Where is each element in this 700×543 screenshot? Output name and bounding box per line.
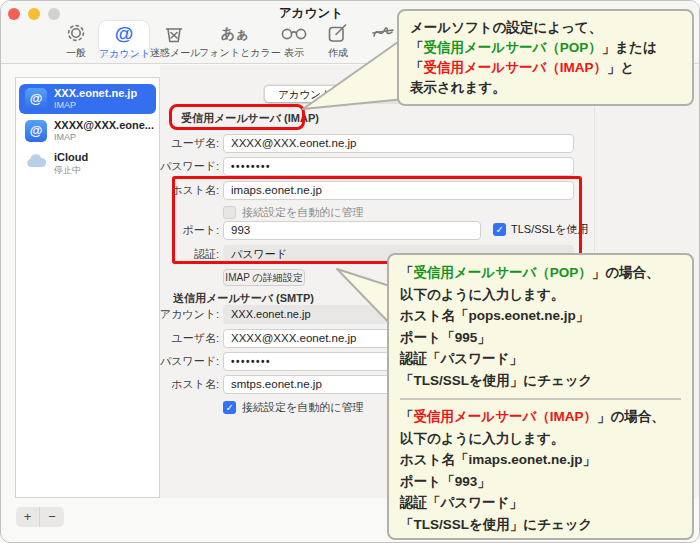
red-highlight-imap-title: [169, 104, 305, 130]
smtp-auto-manage-checkbox[interactable]: [223, 401, 236, 414]
toolbar-label-general: 一般: [56, 46, 96, 60]
toolbar-item-general[interactable]: 一般: [56, 21, 96, 59]
callout-line: ポート「993」: [400, 471, 681, 493]
toolbar-item-viewing[interactable]: 表示: [273, 21, 315, 59]
add-account-button[interactable]: +: [16, 507, 40, 527]
window-title: アカウント: [279, 5, 343, 22]
toolbar-label-junk: 迷惑メール: [150, 46, 198, 60]
callout-line: 表示されます。: [410, 78, 681, 98]
toolbar-label-fonts-colors: フォントとカラー: [199, 46, 271, 60]
at-icon: @: [99, 22, 149, 46]
gear-icon: [56, 21, 96, 45]
password-label: パスワード:: [61, 157, 219, 176]
add-remove-control: + −: [16, 507, 64, 527]
toolbar-item-fonts-colors[interactable]: あぁ フォントとカラー: [199, 21, 271, 59]
mail-preferences-window: アカウント 一般 @ アカウント 迷惑メール あぁ フォントとカラー 表示: [0, 0, 700, 543]
callout-line: 「受信用メールサーバ（POP）」または: [410, 38, 681, 58]
smtp-account-label: アカウント:: [61, 305, 219, 324]
imap-advanced-settings-button[interactable]: IMAP の詳細設定: [223, 269, 305, 286]
mail-account-icon: @: [25, 88, 47, 110]
imap-password-row: パスワード: ••••••••: [1, 157, 700, 177]
password-label: パスワード:: [61, 352, 219, 371]
junk-icon: [150, 21, 198, 45]
callout-line: 以下のように入力します。: [400, 428, 681, 450]
glasses-icon: [273, 21, 315, 45]
toolbar-item-composing[interactable]: 作成: [319, 21, 357, 59]
callout-line: 「TLS/SSLを使用」にチェック: [400, 370, 681, 392]
username-label: ユーザ名:: [61, 134, 219, 153]
auto-manage-label: 接続設定を自動的に管理: [242, 399, 364, 416]
zoom-window-button[interactable]: [48, 8, 60, 20]
minimize-window-button[interactable]: [28, 8, 40, 20]
callout-line: 認証「パスワード」: [400, 492, 681, 514]
callout-line: 認証「パスワード」: [400, 348, 681, 370]
callout-line: ポート「995」: [400, 327, 681, 349]
callout-server-naming: メールソフトの設定によって、 「受信用メールサーバ（POP）」または 「受信用メ…: [397, 9, 694, 106]
toolbar-item-junk[interactable]: 迷惑メール: [150, 21, 198, 59]
callout-pop-heading: 「受信用メールサーバ（POP）」の場合、: [400, 262, 681, 284]
account-type: IMAP: [54, 100, 154, 110]
callout-line: 「TLS/SSLを使用」にチェック: [400, 514, 681, 536]
remove-account-button[interactable]: −: [40, 507, 64, 527]
fonts-icon: あぁ: [199, 21, 271, 45]
account-name: XXX.eonet.ne.jp: [54, 87, 154, 99]
imap-username-row: ユーザ名: XXXX@XXX.eonet.ne.jp: [1, 134, 700, 154]
callout-line: ホスト名「pops.eonet.ne.jp」: [400, 305, 681, 327]
imap-username-input[interactable]: XXXX@XXX.eonet.ne.jp: [223, 134, 574, 153]
callout-line: ホスト名「imaps.eonet.ne.jp」: [400, 449, 681, 471]
callout-line: 以下のように入力します。: [400, 284, 681, 306]
account-name: XXXX@XXX.eone...: [54, 119, 154, 131]
callout-divider: [400, 398, 681, 400]
toolbar-item-accounts[interactable]: @ アカウント: [99, 21, 149, 55]
callout-imap-heading: 「受信用メールサーバ（IMAP）」の場合、: [400, 406, 681, 428]
toolbar-label-composing: 作成: [319, 46, 357, 60]
tab-account-info[interactable]: アカウント情報: [265, 86, 366, 102]
toolbar-label-viewing: 表示: [273, 46, 315, 60]
compose-icon: [319, 21, 357, 45]
username-label: ユーザ名:: [61, 329, 219, 348]
toolbar-label-accounts: アカウント: [99, 47, 149, 61]
close-window-button[interactable]: [8, 8, 20, 20]
host-label: ホスト名:: [61, 375, 219, 394]
callout-server-settings: 「受信用メールサーバ（POP）」の場合、 以下のように入力します。 ホスト名「p…: [387, 253, 694, 540]
callout-line: 「受信用メールサーバ（IMAP）」と: [410, 58, 681, 78]
red-highlight-server-settings: [172, 176, 582, 264]
imap-password-input[interactable]: ••••••••: [223, 157, 574, 176]
callout-line: メールソフトの設定によって、: [410, 18, 681, 38]
smtp-section-title: 送信用メールサーバ (SMTP): [173, 291, 314, 306]
sidebar-account-eonet[interactable]: @ XXX.eonet.ne.jp IMAP: [19, 84, 156, 114]
